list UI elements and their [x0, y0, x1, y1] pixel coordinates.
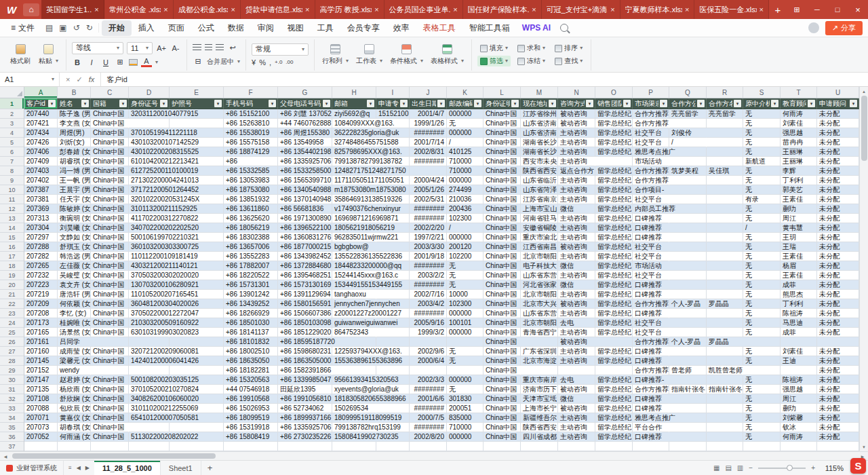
- cell[interactable]: 去电: [558, 318, 595, 328]
- cell[interactable]: 000000: [447, 328, 484, 337]
- cell[interactable]: 留学总经纪: [595, 413, 633, 423]
- cell[interactable]: v17490376chenxinyur: [332, 204, 376, 214]
- cell[interactable]: [707, 242, 743, 252]
- cell[interactable]: 无: [743, 375, 781, 385]
- cell[interactable]: China中国: [91, 299, 129, 309]
- filter-icon[interactable]: [160, 100, 167, 107]
- cell[interactable]: 留学总经纪: [595, 166, 633, 176]
- cell[interactable]: [484, 442, 521, 451]
- cell[interactable]: China中国: [91, 423, 129, 432]
- cell[interactable]: [633, 442, 669, 451]
- cell[interactable]: 207219: [24, 290, 58, 299]
- doc-tab-1[interactable]: 常州公积金 .xlsx: [104, 0, 174, 19]
- cell[interactable]: 864752343: [332, 328, 376, 337]
- cell[interactable]: 未分配: [817, 166, 859, 176]
- cell[interactable]: 江苏省徐州: [521, 109, 558, 119]
- row-number-35[interactable]: 35: [0, 423, 24, 432]
- layout-button[interactable]: [787, 0, 807, 19]
- cell[interactable]: 207387: [24, 185, 58, 195]
- cell[interactable]: 社交平台: [633, 271, 669, 280]
- header-cell-S[interactable]: 原中介机构: [743, 98, 781, 109]
- cell[interactable]: 122593794XXX@163.: [332, 347, 376, 356]
- cell[interactable]: 杨欣雨 (女: [58, 385, 91, 394]
- cell[interactable]: 207052: [24, 432, 58, 442]
- cell[interactable]: 韩浩远 (男: [58, 252, 91, 261]
- close-tab-icon[interactable]: [760, 5, 764, 14]
- cell[interactable]: [707, 309, 743, 318]
- cell[interactable]: 刘俊伶: [669, 128, 707, 138]
- merge-center-label[interactable]: 合并居中: [207, 57, 234, 66]
- cell[interactable]: [669, 309, 707, 318]
- cell[interactable]: [558, 442, 595, 451]
- cell[interactable]: 广东省深圳: [521, 347, 558, 356]
- cell[interactable]: 主动咨询: [558, 147, 595, 157]
- cell[interactable]: 无: [743, 119, 781, 128]
- cell[interactable]: China中国: [484, 375, 521, 385]
- zoom-slider[interactable]: [758, 468, 806, 469]
- cell[interactable]: [595, 366, 633, 375]
- cell[interactable]: 桂婉唯 (女: [58, 318, 91, 328]
- cell[interactable]: 舒琪玉 (女: [58, 242, 91, 252]
- doc-tab-9[interactable]: 医保五险一金.xlsx: [694, 0, 769, 19]
- cell[interactable]: [410, 337, 447, 347]
- cell[interactable]: 被动咨询: [558, 385, 595, 394]
- cell[interactable]: 未分配: [817, 214, 859, 223]
- cell[interactable]: 207406: [24, 147, 58, 157]
- cell[interactable]: 陈祖涛: [781, 309, 817, 318]
- cell[interactable]: 留学总经纪: [595, 394, 633, 404]
- toolbar-small-button-2[interactable]: 排序: [552, 43, 585, 54]
- cell[interactable]: +86 15538019: [224, 128, 278, 138]
- cell[interactable]: 110112200109181419: [129, 252, 170, 261]
- cell[interactable]: China中国: [484, 299, 521, 309]
- cell[interactable]: 主动咨询: [558, 195, 595, 204]
- cell[interactable]: [170, 366, 224, 375]
- cell[interactable]: 留学总经纪: [595, 290, 633, 299]
- cell[interactable]: 无: [743, 166, 781, 176]
- close-tab-icon[interactable]: [305, 5, 309, 14]
- cell[interactable]: 陕西省西安: [521, 423, 558, 432]
- cell[interactable]: 207288: [24, 242, 58, 252]
- cell[interactable]: 无: [447, 356, 484, 366]
- cell[interactable]: 207147: [24, 375, 58, 385]
- filter-icon[interactable]: [697, 100, 705, 107]
- cell[interactable]: ########: [410, 309, 447, 318]
- header-cell-M[interactable]: 现在地址: [521, 98, 558, 109]
- cell[interactable]: 无: [743, 394, 781, 404]
- doc-tab-5[interactable]: 公务员国企事业单...: [384, 0, 463, 19]
- cell[interactable]: China中国: [91, 290, 129, 299]
- cell[interactable]: 207369: [24, 204, 58, 214]
- cell[interactable]: 刘炘(女): [58, 138, 91, 147]
- cell[interactable]: 无: [743, 356, 781, 366]
- row-number-29[interactable]: 29: [0, 366, 24, 375]
- cell[interactable]: China中国: [91, 233, 129, 242]
- cell[interactable]: [781, 442, 817, 451]
- cell[interactable]: 主动咨询: [558, 128, 595, 138]
- cell[interactable]: 王玥: [781, 233, 817, 242]
- cell[interactable]: 市场活动: [633, 261, 669, 271]
- cell[interactable]: [332, 337, 376, 347]
- horizontal-scroll-thumb[interactable]: [12, 453, 216, 459]
- cell[interactable]: 留学总经纪: [595, 138, 633, 147]
- cell[interactable]: 陕西省西安: [521, 166, 558, 176]
- cell[interactable]: +86 1370140948: [278, 195, 332, 204]
- comma-button[interactable]: ,: [269, 58, 271, 66]
- cell[interactable]: 主动咨询: [558, 185, 595, 195]
- cell[interactable]: +86 13625620: [224, 214, 278, 223]
- column-header-L[interactable]: L: [484, 87, 521, 98]
- cell[interactable]: 无: [743, 176, 781, 185]
- cell[interactable]: 北京市朝阳: [521, 318, 558, 328]
- cell[interactable]: 主动咨询: [558, 157, 595, 166]
- cell[interactable]: 未分配: [817, 318, 859, 328]
- cell[interactable]: 李辉: [781, 166, 817, 176]
- cell[interactable]: [669, 347, 707, 356]
- cell[interactable]: 未分配: [817, 176, 859, 185]
- cell[interactable]: 无: [743, 328, 781, 337]
- cell[interactable]: [669, 423, 707, 432]
- row-number-34[interactable]: 34: [0, 413, 24, 423]
- cell[interactable]: 西安市未央: [521, 157, 558, 166]
- doc-tab-4[interactable]: 高学历 教授.xlsx: [315, 0, 384, 19]
- cell[interactable]: 主动咨询: [558, 356, 595, 366]
- cell[interactable]: China中国: [484, 404, 521, 413]
- scroll-left-icon[interactable]: [0, 454, 11, 459]
- cell[interactable]: 口碑推荐: [633, 432, 669, 442]
